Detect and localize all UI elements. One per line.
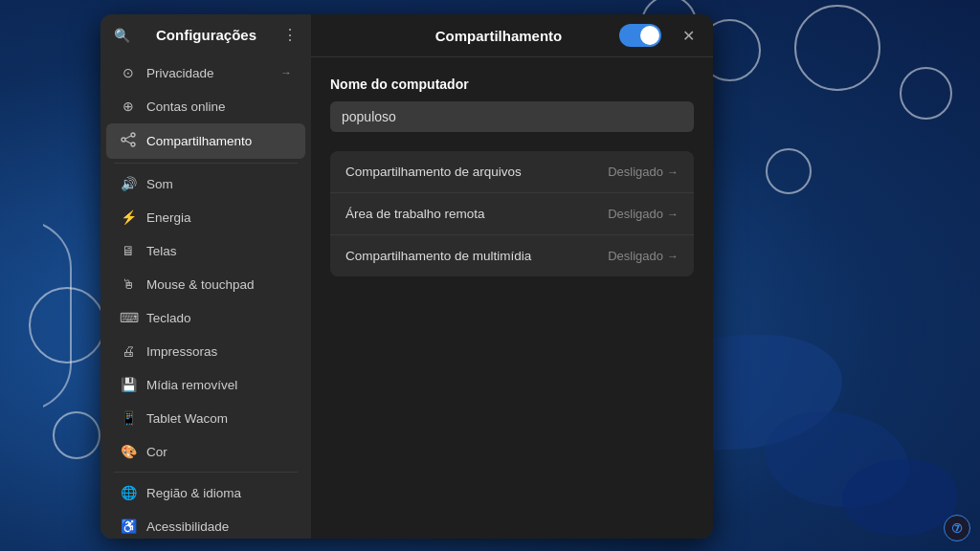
settings-row-multimedia-sharing[interactable]: Compartilhamento de multimídia Desligado… [330, 235, 694, 276]
sidebar-item-cor[interactable]: 🎨 Cor [106, 435, 305, 468]
settings-row-file-sharing[interactable]: Compartilhamento de arquivos Desligado → [330, 151, 694, 193]
teclado-icon: ⌨ [120, 310, 137, 325]
svg-point-2 [131, 143, 135, 146]
sharing-toggle[interactable] [619, 24, 661, 47]
privacidade-arrow: → [280, 66, 292, 79]
cor-label: Cor [146, 445, 292, 459]
sidebar-item-impressoras[interactable]: 🖨 Impressoras [106, 335, 305, 367]
tablet-wacom-icon: 📱 [120, 410, 137, 426]
regiao-idioma-icon: 🌐 [120, 485, 137, 500]
settings-window: 🔍 Configurações ⋮ ⊙ Privacidade → ⊕ Cont… [100, 14, 713, 539]
watermark: ⑦ [944, 515, 970, 541]
sidebar-item-acessibilidade[interactable]: ♿ Acessibilidade [106, 510, 305, 539]
menu-icon[interactable]: ⋮ [282, 26, 298, 44]
sidebar-item-telas[interactable]: 🖥 Telas [106, 234, 305, 267]
contas-online-icon: ⊕ [120, 99, 137, 114]
close-button[interactable]: ✕ [679, 26, 698, 45]
telas-label: Telas [146, 244, 292, 258]
bg-blob-3 [842, 459, 957, 536]
multimedia-sharing-status: Desligado [608, 249, 663, 263]
bg-circle-3 [900, 67, 952, 120]
sidebar-item-regiao-idioma[interactable]: 🌐 Região & idioma [106, 476, 305, 509]
mouse-touchpad-icon: 🖱 [120, 276, 137, 292]
remote-desktop-status: Desligado [608, 207, 663, 221]
remote-desktop-arrow: → [667, 208, 679, 221]
main-header: Compartilhamento ✕ [311, 14, 713, 57]
main-content: Nome do computador Compartilhamento de a… [311, 57, 713, 539]
sharing-settings-list: Compartilhamento de arquivos Desligado →… [330, 151, 694, 276]
energia-label: Energia [146, 210, 292, 225]
privacidade-icon: ⊙ [120, 65, 137, 80]
compartilhamento-icon [120, 132, 137, 150]
tablet-wacom-label: Tablet Wacom [146, 411, 292, 426]
file-sharing-status: Desligado [608, 165, 663, 179]
svg-line-4 [125, 141, 131, 143]
main-panel: Compartilhamento ✕ Nome do computador Co… [311, 14, 713, 539]
sidebar-item-teclado[interactable]: ⌨ Teclado [106, 301, 305, 334]
sidebar-item-contas-online[interactable]: ⊕ Contas online [106, 90, 305, 122]
telas-icon: 🖥 [120, 243, 137, 258]
cor-icon: 🎨 [120, 444, 137, 459]
contas-online-label: Contas online [146, 99, 292, 114]
computer-name-label: Nome do computador [330, 77, 694, 92]
multimedia-sharing-arrow: → [667, 250, 679, 263]
sidebar-item-som[interactable]: 🔊 Som [106, 167, 305, 200]
teclado-label: Teclado [146, 311, 292, 325]
acessibilidade-icon: ♿ [120, 518, 137, 534]
divider-2 [114, 472, 298, 473]
sidebar-item-tablet-wacom[interactable]: 📱 Tablet Wacom [106, 402, 305, 434]
sidebar-item-energia[interactable]: ⚡ Energia [106, 201, 305, 233]
divider-1 [114, 163, 298, 164]
som-icon: 🔊 [120, 176, 137, 191]
mouse-touchpad-label: Mouse & touchpad [146, 277, 292, 292]
multimedia-sharing-label: Compartilhamento de multimídia [345, 249, 608, 263]
impressoras-icon: 🖨 [120, 343, 137, 359]
svg-point-0 [131, 133, 135, 137]
sidebar-item-compartilhamento[interactable]: Compartilhamento [106, 123, 305, 159]
som-label: Som [146, 177, 292, 191]
bg-circle-4 [766, 148, 812, 194]
sidebar-title: Configurações [138, 27, 275, 43]
sidebar-item-privacidade[interactable]: ⊙ Privacidade → [106, 56, 305, 89]
acessibilidade-label: Acessibilidade [146, 519, 292, 534]
compartilhamento-label: Compartilhamento [146, 134, 292, 148]
bg-scurve [14, 220, 72, 411]
sidebar: 🔍 Configurações ⋮ ⊙ Privacidade → ⊕ Cont… [100, 14, 311, 539]
file-sharing-label: Compartilhamento de arquivos [345, 165, 608, 179]
settings-row-remote-desktop[interactable]: Área de trabalho remota Desligado → [330, 193, 694, 235]
regiao-idioma-label: Região & idioma [146, 486, 292, 500]
bg-circle-2 [794, 5, 880, 91]
sidebar-header: 🔍 Configurações ⋮ [100, 14, 311, 55]
svg-point-1 [122, 138, 125, 142]
computer-name-input[interactable] [330, 101, 694, 132]
bg-circle-7 [53, 411, 100, 459]
search-icon[interactable]: 🔍 [114, 28, 130, 43]
file-sharing-arrow: → [667, 165, 679, 179]
privacidade-label: Privacidade [146, 66, 271, 80]
impressoras-label: Impressoras [146, 344, 292, 359]
midia-removivel-label: Mídia removível [146, 378, 292, 392]
remote-desktop-label: Área de trabalho remota [345, 207, 608, 221]
sidebar-items-list: ⊙ Privacidade → ⊕ Contas online [100, 55, 311, 539]
energia-icon: ⚡ [120, 209, 137, 225]
svg-line-3 [125, 136, 131, 139]
main-panel-title: Compartilhamento [378, 28, 619, 44]
midia-removivel-icon: 💾 [120, 377, 137, 392]
sidebar-item-mouse-touchpad[interactable]: 🖱 Mouse & touchpad [106, 268, 305, 300]
sidebar-item-midia-removivel[interactable]: 💾 Mídia removível [106, 368, 305, 401]
